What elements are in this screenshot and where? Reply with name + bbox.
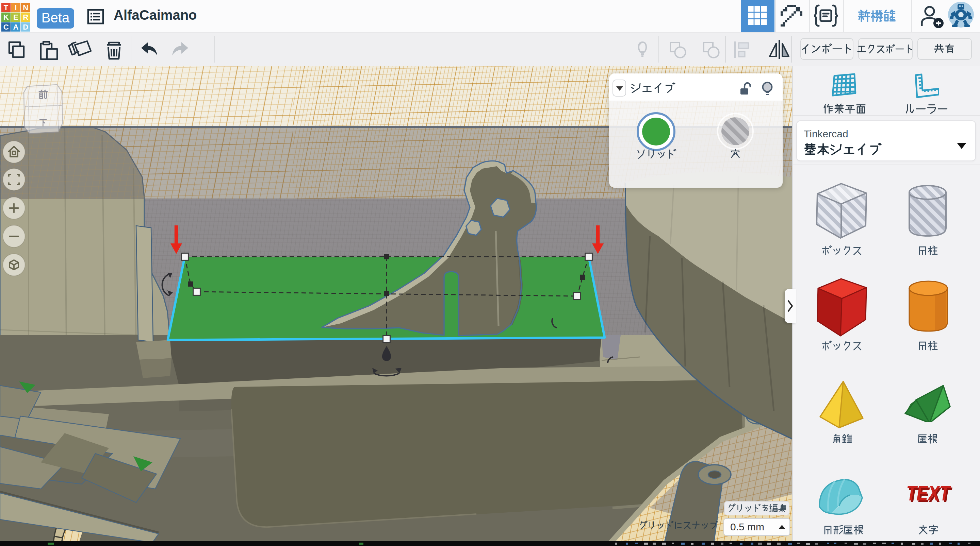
svg-text:D: D: [23, 23, 28, 31]
svg-text:E: E: [13, 13, 18, 21]
svg-text:I: I: [14, 3, 17, 12]
svg-text:C: C: [3, 23, 9, 31]
svg-text:R: R: [23, 13, 28, 21]
svg-text:N: N: [23, 3, 28, 12]
svg-text:K: K: [3, 13, 9, 21]
svg-text:A: A: [13, 23, 18, 31]
svg-text:T: T: [4, 3, 8, 12]
svg-text:TEXT: TEXT: [904, 481, 952, 505]
